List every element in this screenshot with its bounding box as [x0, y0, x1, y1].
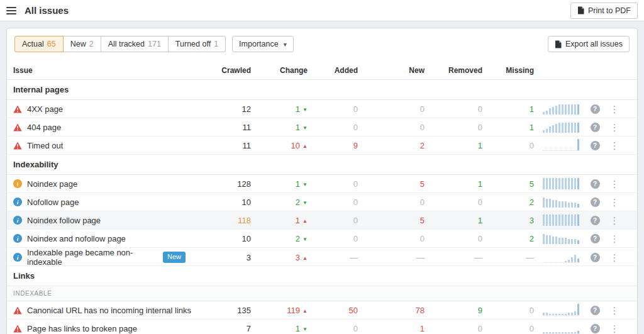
crawled-value: 12	[194, 104, 251, 114]
issue-name[interactable]: Indexable page became non-indexable	[27, 248, 158, 267]
removed-value: 1	[425, 216, 482, 225]
added-value: —	[308, 253, 358, 262]
row-menu-icon[interactable]	[610, 253, 619, 262]
change-value: 10	[251, 141, 308, 150]
added-value: 0	[308, 198, 358, 207]
issue-name[interactable]: Page has links to broken page	[27, 324, 137, 333]
column-header-crawled[interactable]: Crawled	[194, 66, 251, 75]
missing-value: 0	[482, 141, 534, 150]
notice-icon	[13, 253, 22, 262]
crawled-value: 11	[194, 123, 251, 132]
tab-actual[interactable]: Actual 65	[14, 36, 64, 52]
missing-value: 3	[482, 216, 534, 225]
warning-icon	[13, 179, 22, 188]
tab-label: Turned off	[175, 40, 211, 48]
help-icon[interactable]	[591, 234, 600, 243]
issue-name[interactable]: Noindex and nofollow page	[27, 234, 126, 243]
change-value: 3	[251, 253, 308, 262]
issue-row-noindex-and-nofollow-page[interactable]: Noindex and nofollow page 10 2 0 0 0 2	[7, 230, 637, 248]
issue-name[interactable]: Timed out	[27, 141, 63, 150]
chevron-down-icon	[282, 40, 287, 48]
notice-icon	[13, 198, 22, 206]
issue-row-4xx-page[interactable]: 4XX page 12 1 0 0 0 1	[7, 100, 637, 118]
print-to-pdf-button[interactable]: Print to PDF	[570, 3, 638, 19]
column-header-new[interactable]: New	[358, 66, 425, 75]
help-icon[interactable]	[591, 141, 600, 150]
new-value: 0	[358, 198, 425, 207]
help-icon[interactable]	[591, 253, 600, 262]
issue-row-indexable-became-non-indexable[interactable]: Indexable page became non-indexable New …	[7, 248, 637, 266]
section-header-indexability: Indexability	[7, 155, 637, 175]
issue-row-noindex-follow-page[interactable]: Noindex follow page 118 1 0 5 1 3	[7, 211, 637, 230]
help-icon[interactable]	[591, 306, 600, 315]
issue-name[interactable]: 404 page	[27, 123, 61, 132]
issue-name[interactable]: Nofollow page	[27, 198, 79, 207]
issue-name[interactable]: Noindex follow page	[27, 216, 101, 225]
removed-value: 0	[425, 234, 482, 243]
row-menu-icon[interactable]	[610, 324, 619, 333]
missing-value: 0	[482, 324, 534, 333]
help-icon[interactable]	[591, 324, 600, 333]
help-icon[interactable]	[591, 179, 600, 189]
added-value: 0	[308, 179, 358, 189]
added-value: 0	[308, 104, 358, 114]
crawled-value: 128	[194, 179, 251, 189]
row-menu-icon[interactable]	[610, 104, 619, 114]
added-value: 0	[308, 123, 358, 132]
new-value: 78	[358, 306, 425, 315]
tab-turned-off[interactable]: Turned off 1	[169, 36, 226, 52]
crawled-value: 118	[194, 216, 251, 225]
importance-dropdown[interactable]: Importance	[232, 36, 294, 52]
issue-name[interactable]: Noindex page	[27, 179, 77, 189]
menu-icon[interactable]	[6, 7, 16, 14]
trend-down-icon	[303, 200, 308, 206]
new-value: 0	[358, 104, 425, 114]
error-icon	[13, 306, 22, 315]
column-header-missing[interactable]: Missing	[482, 66, 534, 75]
print-to-pdf-label: Print to PDF	[588, 6, 631, 15]
help-icon[interactable]	[591, 198, 600, 207]
tab-count: 171	[148, 40, 161, 48]
issue-row-page-has-links-to-broken-page[interactable]: Page has links to broken page 7 1 0 1 0 …	[7, 320, 637, 334]
change-value: 119	[251, 306, 308, 315]
row-menu-icon[interactable]	[610, 141, 619, 150]
issue-name[interactable]: Canonical URL has no incoming internal l…	[27, 306, 191, 315]
help-icon[interactable]	[591, 123, 600, 132]
column-header-issue[interactable]: Issue	[7, 66, 194, 75]
issue-row-nofollow-page[interactable]: Nofollow page 10 2 0 0 0 2	[7, 193, 637, 211]
row-menu-icon[interactable]	[610, 123, 619, 132]
document-icon	[577, 6, 584, 14]
importance-label: Importance	[239, 40, 279, 48]
table-header-row: Issue Crawled Change Added New Removed M…	[7, 61, 637, 80]
column-header-removed[interactable]: Removed	[425, 66, 482, 75]
help-icon[interactable]	[591, 216, 600, 225]
issues-panel: Actual 65 New 2 All tracked 171 Turned o…	[6, 28, 638, 334]
new-value: 5	[358, 216, 425, 225]
row-menu-icon[interactable]	[610, 198, 619, 207]
row-menu-icon[interactable]	[610, 216, 619, 225]
change-value: 1	[251, 104, 308, 114]
tab-count: 65	[47, 40, 56, 48]
row-menu-icon[interactable]	[610, 234, 619, 243]
row-menu-icon[interactable]	[610, 179, 619, 189]
column-header-change[interactable]: Change	[251, 66, 308, 75]
issue-name[interactable]: 4XX page	[27, 104, 63, 114]
trend-up-icon	[303, 143, 308, 149]
issue-row-404-page[interactable]: 404 page 11 1 0 0 0 1	[7, 118, 637, 136]
issue-row-noindex-page[interactable]: Noindex page 128 1 0 5 1 5	[7, 175, 637, 193]
tab-all-tracked[interactable]: All tracked 171	[101, 36, 169, 52]
tab-label: New	[70, 40, 86, 48]
removed-value: 0	[425, 324, 482, 333]
help-icon[interactable]	[591, 104, 600, 114]
error-icon	[13, 141, 22, 150]
change-value: 1	[251, 123, 308, 132]
issue-row-timed-out[interactable]: Timed out 11 10 9 2 1 0	[7, 136, 637, 155]
added-value: 0	[308, 324, 358, 333]
column-header-added[interactable]: Added	[308, 66, 358, 75]
tab-new[interactable]: New 2	[64, 36, 101, 52]
added-value: 50	[308, 306, 358, 315]
error-icon	[13, 324, 22, 333]
row-menu-icon[interactable]	[610, 306, 619, 315]
issue-row-canonical-url-no-incoming-links[interactable]: Canonical URL has no incoming internal l…	[7, 301, 637, 320]
export-all-issues-button[interactable]: Export all issues	[548, 36, 630, 52]
